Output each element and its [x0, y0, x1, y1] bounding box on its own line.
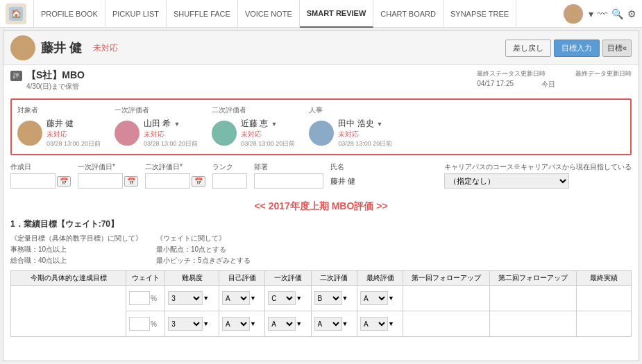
reviewer-name-2: 近藤 恵 [241, 118, 268, 130]
reviewer-dropdown-2[interactable]: ▼ [271, 121, 277, 128]
nav-voice-note[interactable]: VOICE NOTE [238, 0, 300, 28]
difficulty-select-0[interactable]: 31245 [168, 291, 203, 305]
search-icon[interactable]: 🔍 [611, 8, 623, 19]
user-actions: 差し戻し 目標入力 目標« [505, 40, 632, 57]
reviewer-name-row-3: 田中 浩史 ▼ [338, 118, 392, 130]
nav-profile-book[interactable]: PROFILE BOOK [33, 0, 105, 28]
first-review-input[interactable] [78, 173, 123, 189]
nav-shuffle-face[interactable]: SHUFFLE FACE [167, 0, 238, 28]
second-review-picker[interactable]: 📅 [192, 176, 205, 187]
career-select[interactable]: （指定なし） [444, 173, 569, 189]
name-value: 藤井 健 [330, 173, 355, 189]
first-eval-arrow-1[interactable]: ▼ [296, 320, 302, 327]
difficulty-arrow-1[interactable]: ▼ [203, 320, 209, 327]
nav-smart-review[interactable]: SMART REVIEW [300, 0, 374, 28]
reviewer-date-1: 03/28 13:00 20日前 [144, 139, 198, 148]
form-row-main: 作成日 📅 一次評価日* 📅 二次評価日* 📅 [10, 162, 632, 189]
created-date-input[interactable] [10, 173, 56, 189]
first-eval-arrow-0[interactable]: ▼ [296, 295, 302, 302]
second-eval-select-0[interactable]: BSACD [314, 291, 342, 305]
second-eval-arrow-0[interactable]: ▼ [342, 295, 348, 302]
second-eval-select-1[interactable]: ASBCD [314, 317, 342, 331]
arrow-button[interactable]: 目標« [602, 40, 632, 57]
second-review-label: 二次評価日* [145, 162, 205, 172]
second-eval-arrow-1[interactable]: ▼ [342, 320, 348, 327]
self-eval-select-0[interactable]: ASBCD [222, 291, 250, 305]
self-eval-arrow-0[interactable]: ▼ [250, 295, 256, 302]
notification-icon[interactable]: ▾ [589, 8, 593, 19]
final-eval-select-1[interactable]: ASBCD [360, 317, 388, 331]
first-eval-select-1[interactable]: ASBCD [268, 317, 296, 331]
reviewer-details-1: 山田 希 ▼ 未対応 03/28 13:00 20日前 [144, 118, 198, 148]
nav-chart-board[interactable]: CHART BOARD [373, 0, 444, 28]
svg-point-4 [17, 38, 29, 51]
note1-title: 《定量目標（具体的数字目標）に関して》 [10, 233, 142, 244]
second-review-input[interactable] [145, 173, 190, 189]
self-eval-cell-1: ASBCD ▼ [219, 311, 264, 337]
weight-input-1[interactable] [129, 317, 150, 331]
followup2-textarea-1[interactable] [493, 313, 548, 333]
followup1-cell-1 [403, 311, 490, 337]
weight-input-0[interactable] [129, 291, 150, 305]
created-label: 作成日 [10, 162, 71, 172]
final-eval-select-0[interactable]: ASBCD [360, 291, 388, 305]
wave-icon[interactable]: 〰 [598, 8, 607, 19]
difficulty-arrow-0[interactable]: ▼ [203, 295, 209, 302]
app-logo: 🏠 [6, 3, 26, 24]
note1-line1: 総合職：40点以上 [10, 255, 142, 266]
dept-field: 部署 [254, 162, 323, 189]
first-eval-select-0[interactable]: CSABD [268, 291, 296, 305]
nav-items: PROFILE BOOK PICKUP LIST SHUFFLE FACE VO… [33, 0, 564, 28]
reviewer-dropdown-3[interactable]: ▼ [377, 121, 383, 128]
followup1-textarea-1[interactable] [406, 313, 462, 333]
rank-input[interactable] [212, 173, 247, 189]
reviewer-avatar-3 [309, 121, 334, 146]
self-eval-select-1[interactable]: ASBCD [222, 317, 250, 331]
difficulty-select-1[interactable]: 31245 [168, 317, 203, 331]
svg-point-13 [312, 138, 330, 146]
svg-point-6 [24, 123, 36, 136]
followup2-cell-0 [490, 286, 577, 311]
self-eval-arrow-1[interactable]: ▼ [250, 320, 256, 327]
eval-section-1: 1．業績目標【ウェイト:70】 《定量目標（具体的数字目標）に関して》 事務職：… [3, 216, 639, 340]
followup1-cell-0 [403, 286, 490, 311]
dept-input[interactable] [254, 173, 323, 189]
followup1-textarea-0[interactable] [406, 287, 462, 308]
eval-note-1: 《定量目標（具体的数字目標）に関して》 事務職：10点以上 総合職：40点以上 [10, 233, 142, 266]
th-final-result: 最終実績 [576, 271, 631, 286]
eval-header: << 2017年度上期 MBO評価 >> [3, 198, 639, 216]
settings-icon[interactable]: ⚙ [627, 8, 636, 19]
reviewer-label-3: 人事 [309, 105, 392, 115]
target-input-button[interactable]: 目標入力 [554, 40, 600, 57]
final-eval-arrow-0[interactable]: ▼ [388, 295, 394, 302]
reviewer-label-1: 一次評価者 [115, 105, 198, 115]
user-avatar-nav [564, 4, 583, 24]
nav-synapse-tree[interactable]: SYNAPSE TREE [444, 0, 516, 28]
created-date-picker[interactable]: 📅 [57, 176, 71, 187]
goal-cell-0 [11, 286, 126, 337]
note2-line1: 最小ピッチ：5点きざみとする [156, 255, 251, 266]
final-result-textarea-1[interactable] [580, 313, 621, 333]
main-content: 藤井 健 未対応 差し戻し 目標入力 目標« 評 【S社】MBO 4/30(日)… [3, 31, 639, 361]
final-eval-arrow-1[interactable]: ▼ [388, 320, 394, 327]
th-difficulty: 難易度 [165, 271, 219, 286]
svg-point-8 [121, 123, 133, 136]
reviewer-col-1: 一次評価者 山田 希 ▼ 未対応 03/28 13:00 20日前 [115, 105, 198, 148]
reviewer-name-row-1: 山田 希 ▼ [144, 118, 198, 130]
section-header: 評 【S社】MBO 4/30(日)まで保管 最終ステータス更新日時 最終データ更… [3, 65, 639, 96]
final-result-textarea-0[interactable] [580, 287, 621, 308]
first-review-picker[interactable]: 📅 [124, 176, 138, 187]
back-button[interactable]: 差し戻し [505, 40, 551, 57]
difficulty-cell-0: 31245 ▼ [165, 286, 219, 311]
dept-label: 部署 [254, 162, 323, 172]
reviewer-dropdown-1[interactable]: ▼ [174, 121, 180, 128]
user-name: 藤井 健 [41, 40, 82, 56]
last-data-label: 最終データ更新日時 [575, 70, 632, 77]
followup2-textarea-0[interactable] [493, 287, 548, 308]
reviewer-name-1: 山田 希 [144, 118, 171, 130]
note2-title: 《ウェイトに関して》 [156, 233, 251, 244]
section-title-area: 【S社】MBO 4/30(日)まで保管 [26, 69, 85, 92]
nav-pickup-list[interactable]: PICKUP LIST [105, 0, 167, 28]
goal-textarea-0[interactable] [14, 297, 123, 324]
reviewer-col-0: 対象者 藤井 健 未対応 03/28 13:00 20日前 [17, 105, 101, 148]
